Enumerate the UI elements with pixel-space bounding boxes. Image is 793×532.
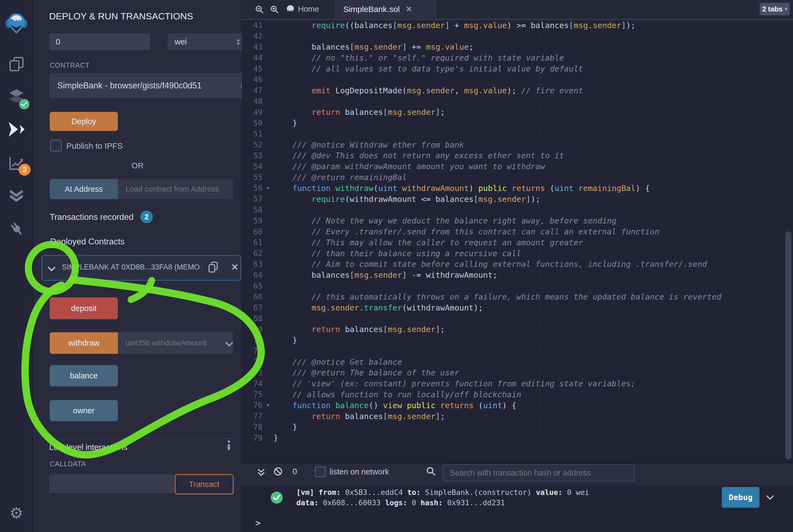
code-line[interactable]: 72 /// @notice Get balance — [242, 357, 793, 367]
tabs-count-dropdown[interactable]: 2 tabs ▾ — [760, 3, 790, 15]
fn-balance-button[interactable]: balance — [50, 365, 118, 386]
transactions-count-badge: 2 — [140, 211, 153, 223]
tab-home[interactable]: Home — [285, 0, 335, 18]
pending-tx-count: 0 — [292, 467, 297, 476]
unit-select-value: wei — [175, 37, 187, 46]
code-line[interactable]: 60 // Every .transfer/.send from this co… — [242, 226, 793, 237]
file-explorer-icon[interactable] — [0, 56, 33, 72]
code-line[interactable]: 76▾ function balance() view public retur… — [242, 400, 793, 411]
code-line[interactable]: 55 /// @return remainingBal — [242, 172, 793, 183]
code-line[interactable]: 61 // This may allow the caller to reque… — [242, 237, 793, 248]
terminal-log[interactable]: [vm] from: 0x5B3...eddC4 to: SimpleBank.… — [296, 487, 589, 508]
remix-logo-icon[interactable] — [0, 13, 33, 33]
code-line[interactable]: 49 return balances[msg.sender]; — [242, 107, 793, 118]
code-line[interactable]: 63 // Aim to commit state before calling… — [242, 259, 793, 270]
code-line[interactable]: 43 balances[msg.sender] += msg.value; — [242, 42, 793, 53]
active-tab-label: SimpleBank.sol — [343, 5, 400, 14]
transact-button[interactable]: Transact — [175, 474, 233, 494]
home-tab-label: Home — [298, 5, 319, 14]
clear-console-icon[interactable] — [273, 467, 283, 476]
code-line[interactable]: 68 — [242, 313, 793, 324]
code-line[interactable]: 77 return balances[msg.sender]; — [242, 411, 793, 422]
close-tab-icon[interactable]: ✕ — [406, 5, 412, 14]
code-line[interactable]: 50 } — [242, 118, 793, 129]
code-line[interactable]: 42 — [242, 31, 793, 42]
at-address-row: At Address — [50, 179, 233, 199]
code-line[interactable]: 79} — [242, 433, 793, 443]
code-line[interactable]: 66 // this automatically throws on a fai… — [242, 291, 793, 302]
code-line[interactable]: 67 msg.sender.transfer(withdrawAmount); — [242, 302, 793, 313]
panel-divider — [44, 438, 235, 439]
transactions-recorded-label: Transactions recorded — [50, 212, 133, 222]
code-line[interactable]: 53 /// @dev This does not return any exc… — [242, 150, 793, 161]
tabs-dropdown-caret-icon: ▾ — [785, 6, 787, 12]
contract-select[interactable]: SimpleBank - browser/gists/f490c0d51 ▴▾ — [49, 73, 246, 98]
code-editor[interactable]: 41 require((balances[msg.sender] + msg.v… — [242, 20, 793, 461]
code-line[interactable]: 51 — [242, 129, 793, 139]
at-address-input[interactable] — [118, 179, 233, 199]
code-line[interactable]: 45 // all values set to data type's init… — [242, 63, 793, 74]
deploy-button[interactable]: Deploy — [50, 112, 118, 131]
code-line[interactable]: 44 // no "this." or "self." required wit… — [242, 52, 793, 63]
calldata-label: CALLDATA — [50, 460, 86, 468]
code-line[interactable]: 75 // allows function to run locally/off… — [242, 389, 793, 400]
listen-network-checkbox[interactable] — [315, 466, 326, 477]
fn-deposit-button[interactable]: deposit — [50, 297, 118, 319]
code-line[interactable]: 58 — [242, 205, 793, 215]
deployed-contracts-label: Deployed Contracts — [50, 237, 125, 247]
publish-ipfs-checkbox[interactable] — [50, 140, 62, 152]
code-line[interactable]: 47 emit LogDepositMade(msg.sender, msg.v… — [242, 85, 793, 96]
value-input[interactable] — [49, 33, 150, 50]
code-line[interactable]: 57 require(withdrawAmount <= balances[ms… — [242, 194, 793, 205]
code-line[interactable]: 59 // Note the way we deduct the balance… — [242, 215, 793, 226]
code-line[interactable]: 65 — [242, 281, 793, 291]
tab-simplebank[interactable]: SimpleBank.sol ✕ — [335, 0, 436, 18]
copy-address-icon[interactable] — [208, 261, 218, 273]
zoom-out-icon[interactable] — [256, 5, 264, 14]
close-instance-icon[interactable]: ✕ — [231, 262, 239, 272]
code-line[interactable]: 56▾ function withdraw(uint withdrawAmoun… — [242, 183, 793, 194]
expand-terminal-icon[interactable] — [257, 468, 265, 477]
low-level-label: Low level interactions — [49, 442, 128, 452]
zoom-in-icon[interactable] — [270, 5, 279, 14]
code-line[interactable]: 69 return balances[msg.sender]; — [242, 324, 793, 335]
code-line[interactable]: 71 — [242, 346, 793, 357]
unit-testing-icon[interactable] — [0, 189, 33, 203]
code-line[interactable]: 78 } — [242, 421, 793, 433]
unit-select[interactable]: wei ▴▾ — [168, 33, 245, 50]
home-tab-logo-icon — [285, 4, 295, 14]
terminal-search-input[interactable] — [442, 464, 635, 481]
code-line[interactable]: 64 balances[msg.sender] -= withdrawAmoun… — [242, 269, 793, 281]
code-line[interactable]: 41 require((balances[msg.sender] + msg.v… — [242, 20, 793, 31]
code-line[interactable]: 52 /// @notice Withdraw ether from bank — [242, 139, 793, 150]
withdraw-amount-input[interactable] — [118, 332, 233, 354]
panel-title: DEPLOY & RUN TRANSACTIONS — [49, 11, 193, 22]
editor-tabbar: Home SimpleBank.sol ✕ 2 tabs ▾ — [242, 0, 793, 20]
code-line[interactable]: 48 — [242, 96, 793, 107]
calldata-input[interactable] — [49, 474, 174, 493]
instance-title: SIMPLEBANK AT 0XD8B...33FA8 (MEMO — [62, 263, 204, 271]
unit-select-spinner-icon: ▴▾ — [237, 38, 240, 45]
contract-select-value: SimpleBank - browser/gists/f490c0d51 — [57, 81, 226, 91]
code-line[interactable]: 62 // than their balance using a recursi… — [242, 248, 793, 259]
deploy-run-panel: DEPLOY & RUN TRANSACTIONS wei ▴▾ CONTRAC… — [33, 0, 242, 532]
terminal-prompt: > — [256, 518, 261, 528]
code-line[interactable]: 46 — [242, 74, 793, 85]
plugin-manager-icon[interactable] — [0, 221, 33, 238]
log-expand-chevron-icon[interactable] — [766, 492, 774, 500]
at-address-button[interactable]: At Address — [50, 179, 118, 199]
editor-scrollbar[interactable] — [785, 231, 791, 459]
code-line[interactable]: 70 } — [242, 335, 793, 346]
fn-owner-button[interactable]: owner — [50, 400, 118, 421]
fn-withdraw-button[interactable]: withdraw — [50, 332, 118, 354]
settings-gear-icon[interactable]: ⚙ — [0, 504, 33, 522]
instance-expand-chevron-icon[interactable] — [48, 264, 55, 271]
analysis-count-badge: 3 — [19, 164, 31, 176]
code-line[interactable]: 74 // 'view' (ex: constant) prevents fun… — [242, 378, 793, 389]
debug-button[interactable]: Debug — [722, 487, 759, 508]
code-line[interactable]: 54 /// @param withdrawAmount amount you … — [242, 161, 793, 172]
deploy-run-icon[interactable] — [0, 121, 33, 137]
info-icon[interactable] — [228, 440, 230, 451]
code-line[interactable]: 73 /// @return The balance of the user — [242, 367, 793, 378]
indent-guide — [539, 22, 540, 446]
